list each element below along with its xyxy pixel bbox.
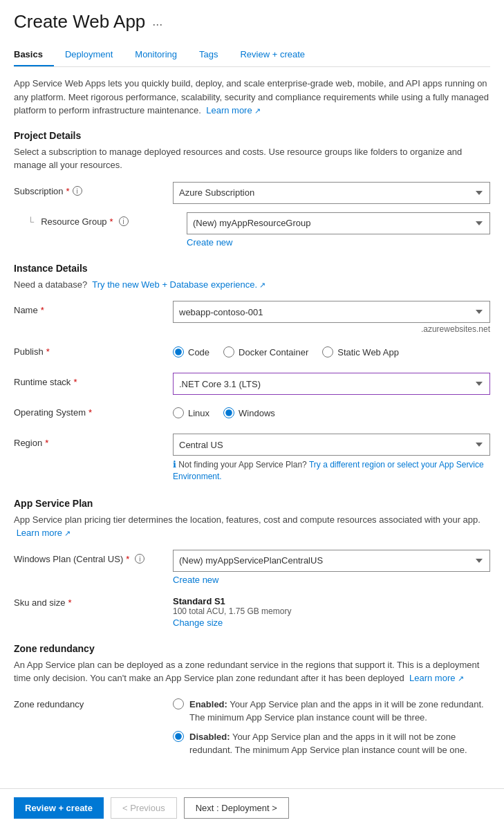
windows-plan-control: (New) myAppServicePlanCentralUS Create n… xyxy=(173,550,490,585)
publish-static-option[interactable]: Static Web App xyxy=(322,346,399,357)
publish-control: Code Docker Container Static Web App xyxy=(173,342,490,357)
windows-plan-select[interactable]: (New) myAppServicePlanCentralUS xyxy=(173,550,490,572)
app-name-select[interactable]: webapp-contoso-001 xyxy=(173,301,490,323)
tab-tags[interactable]: Tags xyxy=(188,44,229,66)
resource-group-info-icon[interactable]: i xyxy=(119,216,129,226)
windows-plan-label: Windows Plan (Central US) * i xyxy=(14,550,173,564)
os-windows-label: Windows xyxy=(239,408,275,418)
app-name-label: Name * xyxy=(14,301,173,315)
region-label: Region * xyxy=(14,434,173,448)
os-windows-radio[interactable] xyxy=(223,407,234,418)
publish-static-label: Static Web App xyxy=(337,347,399,357)
runtime-stack-control: .NET Core 3.1 (LTS) xyxy=(173,373,490,395)
more-options-icon[interactable]: ... xyxy=(152,15,162,29)
sku-details: 100 total ACU, 1.75 GB memory xyxy=(173,606,490,616)
bottom-bar: Review + create < Previous Next : Deploy… xyxy=(0,788,504,827)
previous-button[interactable]: < Previous xyxy=(111,797,177,819)
app-name-suffix: .azurewebsites.net xyxy=(173,324,490,334)
resource-group-row: └ Resource Group * i (New) myAppResource… xyxy=(28,212,490,248)
tab-monitoring[interactable]: Monitoring xyxy=(124,44,188,66)
publish-label: Publish * xyxy=(14,342,173,357)
publish-docker-label: Docker Container xyxy=(239,347,308,357)
tab-review-create[interactable]: Review + create xyxy=(229,44,316,66)
project-details-header: Project Details xyxy=(14,130,490,141)
zone-redundancy-radio-group: Enabled: Your App Service plan and the a… xyxy=(173,695,490,757)
sku-change-size-link[interactable]: Change size xyxy=(173,617,223,628)
zone-enabled-option[interactable]: Enabled: Your App Service plan and the a… xyxy=(173,698,490,725)
tab-bar: Basics Deployment Monitoring Tags Review… xyxy=(14,44,490,67)
zone-redundancy-learn-more[interactable]: Learn more xyxy=(409,673,464,683)
os-label: Operating System * xyxy=(14,403,173,418)
publish-static-radio[interactable] xyxy=(322,346,333,357)
zone-redundancy-label: Zone redundancy xyxy=(14,695,173,709)
os-linux-option[interactable]: Linux xyxy=(173,407,209,418)
zone-redundancy-row: Zone redundancy Enabled: Your App Servic… xyxy=(14,695,490,757)
zone-redundancy-header: Zone redundancy xyxy=(14,643,490,654)
app-service-learn-more[interactable]: Learn more xyxy=(17,528,71,538)
os-row: Operating System * Linux Windows xyxy=(14,403,490,425)
publish-row: Publish * Code Docker Container Static W… xyxy=(14,342,490,364)
resource-group-control: (New) myAppResourceGroup Create new xyxy=(187,212,490,248)
zone-redundancy-control: Enabled: Your App Service plan and the a… xyxy=(173,695,490,757)
publish-code-radio[interactable] xyxy=(173,346,184,357)
app-name-control: webapp-contoso-001 .azurewebsites.net xyxy=(173,301,490,334)
page-title-area: Create Web App ... xyxy=(14,11,490,32)
region-row: Region * Central US ℹ Not finding your A… xyxy=(14,434,490,483)
page-description: App Service Web Apps lets you quickly bu… xyxy=(14,77,490,118)
learn-more-link[interactable]: Learn more xyxy=(206,105,261,115)
resource-group-create-new[interactable]: Create new xyxy=(187,237,232,248)
publish-docker-option[interactable]: Docker Container xyxy=(223,346,308,357)
zone-redundancy-description: An App Service plan can be deployed as a… xyxy=(14,658,490,685)
publish-code-label: Code xyxy=(188,347,209,357)
app-service-plan-header: App Service Plan xyxy=(14,498,490,509)
os-linux-radio[interactable] xyxy=(173,407,184,418)
region-info-icon: ℹ xyxy=(173,459,176,470)
runtime-stack-select[interactable]: .NET Core 3.1 (LTS) xyxy=(173,373,490,395)
app-name-row: Name * webapp-contoso-001 .azurewebsites… xyxy=(14,301,490,334)
tab-basics[interactable]: Basics xyxy=(14,44,54,66)
zone-disabled-radio[interactable] xyxy=(173,731,184,742)
windows-plan-row: Windows Plan (Central US) * i (New) myAp… xyxy=(14,550,490,585)
publish-radio-group: Code Docker Container Static Web App xyxy=(173,342,490,357)
runtime-stack-row: Runtime stack * .NET Core 3.1 (LTS) xyxy=(14,373,490,395)
sku-label: Sku and size * xyxy=(14,593,173,608)
project-details-description: Select a subscription to manage deployed… xyxy=(14,145,490,172)
os-linux-label: Linux xyxy=(188,408,209,418)
publish-code-option[interactable]: Code xyxy=(173,346,209,357)
os-radio-group: Linux Windows xyxy=(173,403,490,418)
subscription-row: Subscription * i Azure Subscription xyxy=(14,182,490,204)
page-title: Create Web App xyxy=(14,11,145,32)
subscription-info-icon[interactable]: i xyxy=(73,186,82,196)
region-select[interactable]: Central US xyxy=(173,434,490,456)
instance-details-subtext: Need a database? Try the new Web + Datab… xyxy=(14,278,490,292)
review-create-button[interactable]: Review + create xyxy=(14,797,104,819)
subscription-label: Subscription * i xyxy=(14,182,173,196)
sku-control: Standard S1 100 total ACU, 1.75 GB memor… xyxy=(173,593,490,628)
instance-details-header: Instance Details xyxy=(14,263,490,274)
sku-name: Standard S1 xyxy=(173,596,490,606)
publish-docker-radio[interactable] xyxy=(223,346,234,357)
sku-row: Sku and size * Standard S1 100 total ACU… xyxy=(14,593,490,628)
zone-enabled-text: Enabled: Your App Service plan and the a… xyxy=(189,698,490,725)
region-info: ℹ Not finding your App Service Plan? Try… xyxy=(173,458,490,483)
next-button[interactable]: Next : Deployment > xyxy=(184,797,289,819)
windows-plan-create-new[interactable]: Create new xyxy=(173,575,218,585)
zone-disabled-text: Disabled: Your App Service plan and the … xyxy=(189,730,490,757)
database-link[interactable]: Try the new Web + Database experience. xyxy=(92,279,265,290)
runtime-stack-label: Runtime stack * xyxy=(14,373,173,387)
subscription-select[interactable]: Azure Subscription xyxy=(173,182,490,204)
windows-plan-info-icon[interactable]: i xyxy=(135,554,144,564)
app-service-plan-description: App Service plan pricing tier determines… xyxy=(14,513,490,540)
zone-disabled-option[interactable]: Disabled: Your App Service plan and the … xyxy=(173,730,490,757)
region-control: Central US ℹ Not finding your App Servic… xyxy=(173,434,490,483)
os-control: Linux Windows xyxy=(173,403,490,418)
resource-group-label: └ Resource Group * i xyxy=(28,212,187,227)
subscription-control: Azure Subscription xyxy=(173,182,490,204)
subscription-required: * xyxy=(66,186,70,196)
os-windows-option[interactable]: Windows xyxy=(223,407,275,418)
resource-group-select[interactable]: (New) myAppResourceGroup xyxy=(187,212,490,234)
zone-enabled-radio[interactable] xyxy=(173,698,184,709)
tab-deployment[interactable]: Deployment xyxy=(54,44,124,66)
